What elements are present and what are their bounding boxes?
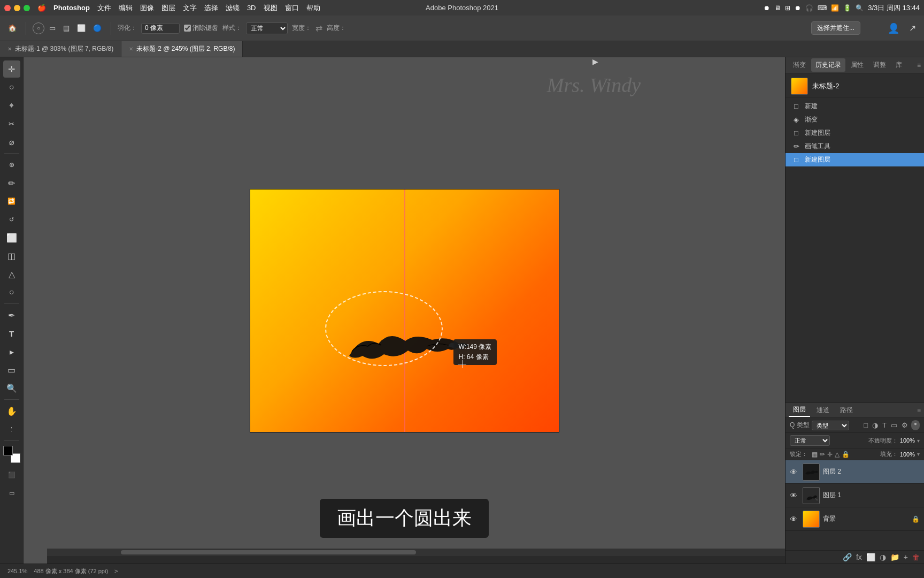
menu-view[interactable]: 视图 [264, 3, 278, 13]
menu-select[interactable]: 选择 [204, 3, 218, 13]
shape-tool[interactable]: ▭ [3, 361, 20, 378]
path-selection-tool[interactable]: ▸ [3, 343, 20, 360]
layer-item-bg[interactable]: 👁 背景 🔒 [786, 507, 924, 531]
gradient-tool[interactable]: ◫ [3, 247, 20, 264]
lasso-tool[interactable]: ⌖ [3, 97, 20, 114]
bg-visibility[interactable]: 👁 [790, 515, 799, 523]
layer-filter-type-icon[interactable]: T [881, 420, 888, 430]
add-adjustment-btn[interactable]: ◑ [880, 553, 886, 561]
hscroll-thumb[interactable] [121, 550, 416, 554]
canvas-area[interactable]: Mrs. Windy [24, 57, 785, 564]
fill-chevron[interactable]: ▾ [917, 451, 920, 457]
add-mask-btn[interactable]: ⬜ [866, 553, 875, 561]
marquee-circle-btn[interactable]: ○ [33, 22, 44, 34]
layer-2-visibility[interactable]: 👁 [790, 468, 799, 476]
swap-icon[interactable]: ⇄ [315, 23, 322, 33]
style-select[interactable]: 正常 固定比例 固定大小 [246, 22, 288, 34]
fullscreen-button[interactable] [24, 5, 30, 11]
marquee-tool[interactable]: ○ [3, 79, 20, 96]
foreground-color[interactable] [3, 446, 13, 455]
type-tool[interactable]: T [3, 325, 20, 342]
blend-mode-select[interactable]: 正常 溶解 正片叠底 [790, 435, 830, 446]
tab-1-close[interactable]: ✕ [7, 46, 12, 52]
lock-transparent-btn[interactable]: ▦ [812, 451, 818, 458]
history-item-4[interactable]: □ 新建图层 [786, 153, 924, 166]
history-item-2[interactable]: □ 新建图层 [786, 126, 924, 140]
zoom-tool[interactable]: 🔍 [3, 379, 20, 397]
layer-filter-adj-icon[interactable]: ◑ [871, 420, 879, 430]
add-layer-btn[interactable]: + [904, 553, 908, 561]
layer-filter-px-icon[interactable]: □ [863, 420, 869, 430]
history-item-0[interactable]: □ 新建 [786, 100, 924, 113]
layer-item-1[interactable]: 👁 图层 1 [786, 484, 924, 507]
minimize-button[interactable] [14, 5, 20, 11]
pen-tool[interactable]: ✒ [3, 307, 20, 324]
status-arrow[interactable]: > [114, 568, 118, 574]
heal-tool[interactable]: ⊕ [3, 156, 20, 173]
apple-menu[interactable]: 🍎 [37, 4, 46, 12]
rect-marquee-btn[interactable]: ▭ [47, 22, 58, 34]
layers-tab-channels[interactable]: 通道 [812, 404, 834, 416]
panel-tab-history[interactable]: 历史记录 [811, 58, 845, 72]
layer-item-2[interactable]: 👁 图层 2 [786, 460, 924, 484]
menu-edit[interactable]: 编辑 [119, 3, 133, 13]
single-row-btn[interactable]: ⬜ [74, 22, 88, 34]
feather-input[interactable] [141, 23, 180, 34]
menu-3d[interactable]: 3D [247, 4, 256, 12]
panel-tab-gradient[interactable]: 渐变 [789, 58, 810, 72]
panel-tab-library[interactable]: 库 [891, 58, 906, 72]
menu-text[interactable]: 文字 [183, 3, 197, 13]
fill-value[interactable]: 100% [900, 451, 915, 458]
tool4-btn[interactable]: 🔵 [90, 22, 104, 34]
layer-filter-smart-icon[interactable]: ⚙ [900, 420, 909, 430]
clone-tool[interactable]: 🔁 [3, 193, 20, 210]
opacity-value[interactable]: 100% [900, 437, 915, 444]
add-group-btn[interactable]: 📁 [890, 553, 899, 561]
hscroll-bar[interactable] [47, 549, 785, 556]
panel-menu-icon[interactable]: ≡ [917, 62, 921, 69]
lock-artboard-btn[interactable]: △ [835, 451, 840, 458]
layer-filter-shape-icon[interactable]: ▭ [890, 420, 898, 430]
tab-1[interactable]: ✕ 未标题-1 @ 303% (图层 7, RGB/8) [0, 41, 121, 57]
screen-mode-btn[interactable]: ▭ [3, 484, 20, 501]
menu-help[interactable]: 帮助 [306, 3, 320, 13]
menu-layer[interactable]: 图层 [161, 3, 175, 13]
dodge-tool[interactable]: ○ [3, 284, 20, 301]
lock-position-btn[interactable]: ✛ [827, 451, 833, 458]
panel-tab-properties[interactable]: 属性 [846, 58, 868, 72]
panel-tab-adjustments[interactable]: 调整 [869, 58, 890, 72]
close-button[interactable] [4, 5, 11, 11]
search-icon[interactable]: 🔍 [856, 4, 864, 12]
menu-window[interactable]: 窗口 [285, 3, 299, 13]
watermark-btn[interactable]: 👤 [885, 21, 902, 36]
foreground-background-colors[interactable] [3, 446, 20, 463]
note-tool[interactable]: ⋮ [3, 421, 20, 438]
opacity-chevron[interactable]: ▾ [917, 438, 920, 444]
eyedropper-tool[interactable]: ⌀ [3, 133, 20, 150]
blur-tool[interactable]: △ [3, 265, 20, 283]
layer-1-visibility[interactable]: 👁 [790, 491, 799, 500]
share-btn[interactable]: ↗ [906, 21, 919, 35]
tab-2[interactable]: ✕ 未标题-2 @ 245% (图层 2, RGB/8) [121, 41, 243, 57]
app-name[interactable]: Photoshop [53, 4, 90, 12]
history-item-3[interactable]: ✏ 画笔工具 [786, 140, 924, 153]
lock-all-btn[interactable]: 🔒 [842, 451, 850, 458]
layers-tab-layers[interactable]: 图层 [789, 404, 810, 417]
move-tool[interactable]: ✛ [3, 60, 20, 78]
delete-layer-btn[interactable]: 🗑 [912, 553, 920, 561]
quick-mask-btn[interactable]: ⬛ [3, 466, 20, 483]
layer-filter-toggle[interactable]: ● [911, 420, 920, 430]
brush-tool[interactable]: ✏ [3, 174, 20, 192]
history-item-1[interactable]: ◈ 渐变 [786, 113, 924, 126]
hand-tool[interactable]: ✋ [3, 402, 20, 420]
home-button[interactable]: 🏠 [5, 22, 19, 34]
history-play-btn[interactable]: ▶ [592, 57, 601, 66]
add-style-btn[interactable]: fx [856, 553, 862, 561]
layers-panel-menu[interactable]: ≡ [917, 407, 921, 414]
tab-2-close[interactable]: ✕ [129, 46, 133, 52]
history-brush-tool[interactable]: ↺ [3, 211, 20, 228]
filter-type-select[interactable]: 类型 [812, 421, 849, 430]
menu-image[interactable]: 图像 [140, 3, 154, 13]
menu-filter[interactable]: 滤镜 [226, 3, 240, 13]
layers-tab-paths[interactable]: 路径 [836, 404, 857, 416]
